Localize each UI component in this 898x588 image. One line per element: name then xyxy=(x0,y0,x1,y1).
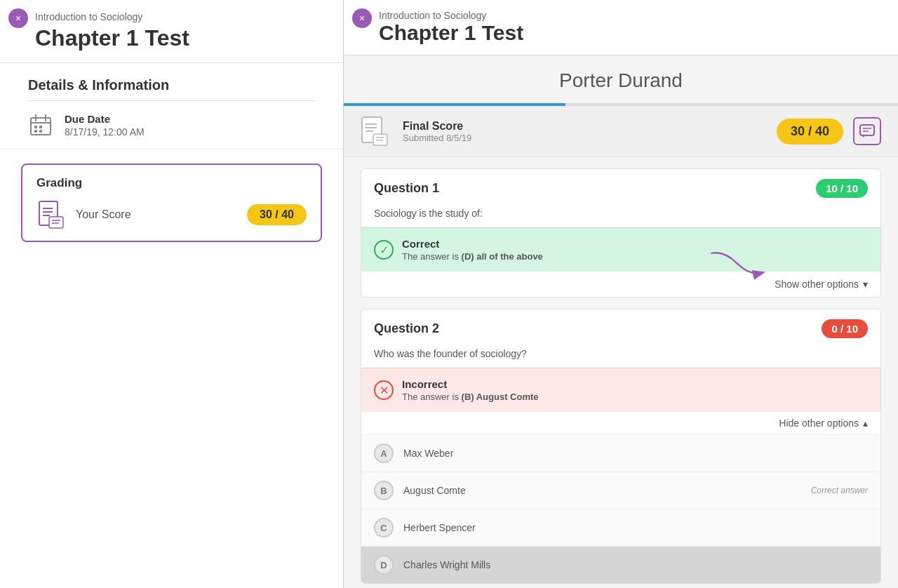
question-2-header: Question 2 0 / 10 xyxy=(361,309,880,348)
final-score-badge: 30 / 40 xyxy=(777,119,843,145)
right-panel: × Introduction to Sociology Chapter 1 Te… xyxy=(344,0,898,588)
option-a-text: Max Weber xyxy=(403,448,868,459)
option-c-row: C Herbert Spencer xyxy=(361,509,880,546)
progress-bar xyxy=(344,103,898,106)
final-score-text: Final Score Submitted 8/5/19 xyxy=(403,120,777,143)
option-a-circle: A xyxy=(374,443,394,463)
show-options-chevron-q1: ▾ xyxy=(863,279,868,290)
correct-sub: The answer is (D) all of the above xyxy=(402,251,543,262)
final-score-bar: Final Score Submitted 8/5/19 30 / 40 xyxy=(344,106,898,157)
incorrect-sub: The answer is (B) August Comte xyxy=(402,392,539,402)
svg-rect-5 xyxy=(39,126,42,128)
question-1-answer: ✓ Correct The answer is (D) all of the a… xyxy=(361,227,880,272)
right-header: Introduction to Sociology Chapter 1 Test xyxy=(344,0,898,55)
question-1-score: 10 / 10 xyxy=(816,179,868,198)
right-close-button[interactable]: × xyxy=(352,8,372,28)
doc-icon xyxy=(36,200,66,229)
left-close-button[interactable]: × xyxy=(8,8,28,28)
final-score-sub: Submitted 8/5/19 xyxy=(403,133,777,143)
show-options-label-q1: Show other options xyxy=(775,279,859,290)
final-score-doc-icon xyxy=(361,116,391,147)
option-c-circle: C xyxy=(374,518,394,537)
svg-rect-6 xyxy=(34,130,37,133)
left-header: Introduction to Sociology Chapter 1 Test xyxy=(0,0,343,63)
hide-options-chevron-q2: ▴ xyxy=(863,417,868,429)
grading-box: Grading Your Score 30 / 40 xyxy=(21,163,322,242)
hide-options-row-q2[interactable]: Hide other options ▴ xyxy=(361,412,880,434)
question-2-block: Question 2 0 / 10 Who was the founder of… xyxy=(361,309,881,584)
comment-button[interactable] xyxy=(853,117,881,145)
right-course-title: Introduction to Sociology xyxy=(379,10,870,21)
question-2-score: 0 / 10 xyxy=(822,319,868,338)
question-1-answer-text: Correct The answer is (D) all of the abo… xyxy=(402,238,543,262)
left-course-title: Introduction to Sociology xyxy=(35,11,315,22)
progress-bar-fill xyxy=(344,103,565,106)
incorrect-label: Incorrect xyxy=(402,378,539,390)
question-2-label: Question 2 xyxy=(374,321,439,336)
question-2-text: Who was the founder of sociology? xyxy=(361,348,880,368)
option-b-circle: B xyxy=(374,481,394,500)
due-date-info: Due Date 8/17/19, 12:00 AM xyxy=(65,113,145,138)
questions-area: Question 1 10 / 10 Sociology is the stud… xyxy=(344,168,898,584)
option-a-row: A Max Weber xyxy=(361,434,880,472)
due-date-row: Due Date 8/17/19, 12:00 AM xyxy=(0,101,343,149)
svg-rect-19 xyxy=(373,134,387,145)
option-d-row: D Charles Wright Mills xyxy=(361,546,880,583)
student-name: Porter Durand xyxy=(344,55,898,103)
your-score-label: Your Score xyxy=(76,208,131,221)
correct-label: Correct xyxy=(402,238,543,250)
your-score-badge: 30 / 40 xyxy=(247,204,307,225)
svg-rect-22 xyxy=(860,125,874,135)
grading-title: Grading xyxy=(36,176,307,190)
right-test-title: Chapter 1 Test xyxy=(379,21,870,45)
question-1-text: Sociology is the study of: xyxy=(361,208,880,227)
svg-rect-12 xyxy=(49,217,63,228)
option-b-text: August Comte xyxy=(403,485,811,496)
hide-options-label-q2: Hide other options xyxy=(779,417,859,429)
svg-rect-4 xyxy=(34,126,37,128)
option-b-row: B August Comte Correct answer xyxy=(361,472,880,509)
grading-row: Your Score 30 / 40 xyxy=(36,200,307,229)
calendar-icon xyxy=(28,112,53,138)
option-b-correct-label: Correct answer xyxy=(811,486,868,495)
option-d-text: Charles Wright Mills xyxy=(403,559,868,570)
final-score-label: Final Score xyxy=(403,120,777,133)
question-1-header: Question 1 10 / 10 xyxy=(361,169,880,208)
question-2-answer: ✕ Incorrect The answer is (B) August Com… xyxy=(361,368,880,412)
details-section-title: Details & Information xyxy=(0,63,343,100)
question-1-label: Question 1 xyxy=(374,181,439,196)
correct-icon: ✓ xyxy=(374,240,394,260)
svg-rect-7 xyxy=(39,130,42,133)
grading-left: Your Score xyxy=(36,200,131,229)
due-date-label: Due Date xyxy=(65,113,145,125)
option-d-circle: D xyxy=(374,555,394,575)
question-1-block: Question 1 10 / 10 Sociology is the stud… xyxy=(361,168,881,298)
show-options-row-q1[interactable]: Show other options ▾ xyxy=(361,272,880,297)
due-date-value: 8/17/19, 12:00 AM xyxy=(65,126,145,138)
option-c-text: Herbert Spencer xyxy=(403,522,868,533)
question-2-answer-text: Incorrect The answer is (B) August Comte xyxy=(402,378,539,402)
left-panel: × Introduction to Sociology Chapter 1 Te… xyxy=(0,0,344,588)
incorrect-icon: ✕ xyxy=(374,380,394,400)
left-test-title: Chapter 1 Test xyxy=(35,25,315,51)
